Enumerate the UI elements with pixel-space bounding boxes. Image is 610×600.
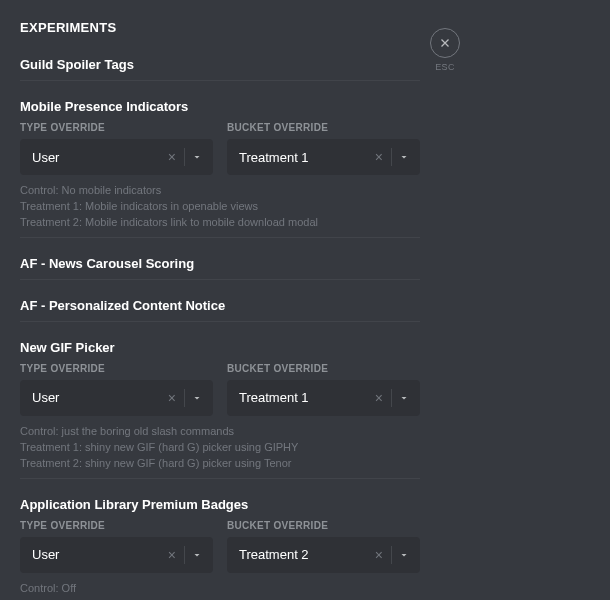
desc-line: Control: No mobile indicators [20,183,420,199]
chevron-down-icon [189,392,205,404]
select-separator [184,389,185,407]
clear-icon[interactable]: × [371,390,387,406]
experiment-section: Mobile Presence Indicators TYPE OVERRIDE… [20,99,420,238]
experiment-title: Mobile Presence Indicators [20,99,420,114]
chevron-down-icon [189,151,205,163]
desc-line: Treatment 1: shiny new GIF (hard G) pick… [20,440,420,456]
chevron-down-icon [396,392,412,404]
experiment-section: AF - Personalized Content Notice [20,298,420,322]
type-override-label: TYPE OVERRIDE [20,363,213,374]
close-panel: ESC [430,28,460,72]
desc-line: Treatment 1: Library with tabs [20,597,420,600]
chevron-down-icon [189,549,205,561]
type-override-select[interactable]: User × [20,537,213,573]
divider [20,321,420,322]
desc-line: Control: just the boring old slash comma… [20,424,420,440]
experiment-description: Control: No mobile indicators Treatment … [20,183,420,231]
clear-icon[interactable]: × [164,390,180,406]
experiment-title: AF - Personalized Content Notice [20,298,420,313]
experiments-content: EXPERIMENTS Guild Spoiler Tags Mobile Pr… [0,0,440,600]
experiment-title: AF - News Carousel Scoring [20,256,420,271]
clear-icon[interactable]: × [371,149,387,165]
type-override-select[interactable]: User × [20,380,213,416]
experiment-section: New GIF Picker TYPE OVERRIDE User × BUCK… [20,340,420,479]
select-value: User [32,390,164,405]
experiment-title: Application Library Premium Badges [20,497,420,512]
experiment-title: New GIF Picker [20,340,420,355]
clear-icon[interactable]: × [164,149,180,165]
select-value: User [32,150,164,165]
divider [20,478,420,479]
type-override-label: TYPE OVERRIDE [20,122,213,133]
experiment-section: Guild Spoiler Tags [20,57,420,81]
desc-line: Treatment 2: shiny new GIF (hard G) pick… [20,456,420,472]
desc-line: Treatment 2: Mobile indicators link to m… [20,215,420,231]
select-value: Treatment 1 [239,150,371,165]
experiment-section: Application Library Premium Badges TYPE … [20,497,420,600]
chevron-down-icon [396,151,412,163]
select-value: Treatment 1 [239,390,371,405]
experiment-section: AF - News Carousel Scoring [20,256,420,280]
close-icon [439,37,451,49]
select-separator [391,546,392,564]
experiment-description: Control: just the boring old slash comma… [20,424,420,472]
desc-line: Treatment 1: Mobile indicators in openab… [20,199,420,215]
bucket-override-label: BUCKET OVERRIDE [227,122,420,133]
chevron-down-icon [396,549,412,561]
divider [20,279,420,280]
select-separator [184,546,185,564]
clear-icon[interactable]: × [371,547,387,563]
close-button[interactable] [430,28,460,58]
select-value: Treatment 2 [239,547,371,562]
bucket-override-label: BUCKET OVERRIDE [227,363,420,374]
type-override-select[interactable]: User × [20,139,213,175]
divider [20,80,420,81]
bucket-override-select[interactable]: Treatment 2 × [227,537,420,573]
bucket-override-select[interactable]: Treatment 1 × [227,139,420,175]
select-separator [391,389,392,407]
select-value: User [32,547,164,562]
experiment-title: Guild Spoiler Tags [20,57,420,72]
desc-line: Control: Off [20,581,420,597]
esc-label: ESC [430,62,460,72]
experiment-description: Control: Off Treatment 1: Library with t… [20,581,420,600]
select-separator [391,148,392,166]
divider [20,237,420,238]
bucket-override-select[interactable]: Treatment 1 × [227,380,420,416]
clear-icon[interactable]: × [164,547,180,563]
bucket-override-label: BUCKET OVERRIDE [227,520,420,531]
select-separator [184,148,185,166]
page-title: EXPERIMENTS [20,20,420,35]
type-override-label: TYPE OVERRIDE [20,520,213,531]
